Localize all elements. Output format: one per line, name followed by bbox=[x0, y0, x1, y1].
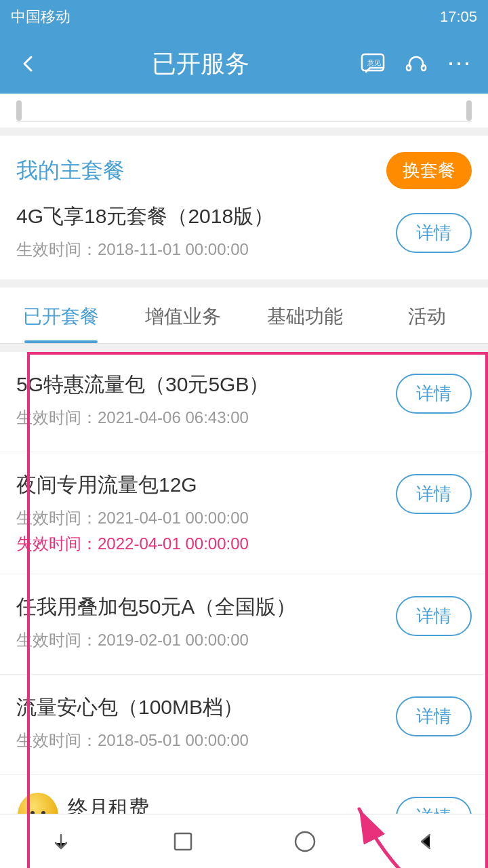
service-info-1: 5G特惠流量包（30元5GB） 生效时间：2021-04-06 06:43:00 bbox=[16, 371, 385, 433]
service-name-3: 任我用叠加包50元A（全国版） bbox=[16, 593, 385, 621]
main-package-info: 4G飞享18元套餐（2018版） 生效时间：2018-11-01 00:00:0… bbox=[16, 203, 274, 260]
service-item-4: 流量安心包（100MB档） 生效时间：2018-05-01 00:00:00 详… bbox=[0, 675, 488, 775]
tabs-bar: 已开套餐 增值业务 基础功能 活动 bbox=[0, 288, 488, 344]
service-end-time-2: 失效时间：2022-04-01 00:00:00 bbox=[16, 533, 385, 555]
bottom-nav bbox=[0, 814, 488, 868]
main-package-row: 4G飞享18元套餐（2018版） 生效时间：2018-11-01 00:00:0… bbox=[16, 203, 472, 260]
service-start-time-2: 生效时间：2021-04-01 00:00:00 bbox=[16, 507, 385, 529]
feedback-icon[interactable]: 意 见 bbox=[358, 49, 388, 79]
service-info-4: 流量安心包（100MB档） 生效时间：2018-05-01 00:00:00 bbox=[16, 694, 385, 755]
title-bar-icons: 意 见 ⋯ bbox=[358, 49, 474, 79]
scroll-handle-left bbox=[16, 100, 22, 121]
tab-activity[interactable]: 活动 bbox=[366, 288, 488, 343]
svg-point-12 bbox=[296, 832, 314, 851]
scroll-handle-right bbox=[466, 100, 472, 121]
service-name-4: 流量安心包（100MB档） bbox=[16, 694, 385, 722]
detail-button-2[interactable]: 详情 bbox=[396, 474, 472, 514]
package-name: 4G飞享18元套餐（2018版） bbox=[16, 203, 274, 231]
svg-rect-3 bbox=[407, 65, 411, 71]
services-container: 5G特惠流量包（30元5GB） 生效时间：2021-04-06 06:43:00… bbox=[0, 352, 488, 868]
headset-icon[interactable] bbox=[401, 49, 431, 79]
main-package-detail-button[interactable]: 详情 bbox=[396, 213, 472, 253]
service-item-1: 5G特惠流量包（30元5GB） 生效时间：2021-04-06 06:43:00… bbox=[0, 352, 488, 452]
detail-button-4[interactable]: 详情 bbox=[396, 696, 472, 736]
nav-back-button[interactable] bbox=[41, 821, 81, 862]
svg-text:见: 见 bbox=[374, 59, 381, 66]
tab-basic[interactable]: 基础功能 bbox=[244, 288, 366, 343]
service-name-2: 夜间专用流量包12G bbox=[16, 471, 385, 499]
main-package-title: 我的主套餐 bbox=[16, 156, 125, 186]
tab-value[interactable]: 增值业务 bbox=[122, 288, 244, 343]
page-title: 已开服务 bbox=[43, 47, 358, 81]
svg-rect-11 bbox=[175, 833, 191, 850]
service-item-3: 任我用叠加包50元A（全国版） 生效时间：2019-02-01 00:00:00… bbox=[0, 574, 488, 675]
title-bar: 已开服务 意 见 ⋯ bbox=[0, 34, 488, 94]
partial-top-content bbox=[0, 121, 488, 127]
service-name-1: 5G特惠流量包（30元5GB） bbox=[16, 371, 385, 399]
service-item-2: 夜间专用流量包12G 生效时间：2021-04-01 00:00:00 失效时间… bbox=[0, 452, 488, 574]
package-start-time: 生效时间：2018-11-01 00:00:00 bbox=[16, 239, 274, 260]
status-bar: 中国移动 17:05 bbox=[0, 0, 488, 34]
status-icons: 17:05 bbox=[440, 8, 477, 26]
back-button[interactable] bbox=[14, 49, 43, 79]
nav-forward-button[interactable] bbox=[407, 821, 447, 862]
main-package-card: 我的主套餐 换套餐 4G飞享18元套餐（2018版） 生效时间：2018-11-… bbox=[0, 136, 488, 279]
nav-circle-button[interactable] bbox=[285, 821, 325, 862]
service-info-2: 夜间专用流量包12G 生效时间：2021-04-01 00:00:00 失效时间… bbox=[16, 471, 385, 555]
more-icon[interactable]: ⋯ bbox=[445, 49, 474, 79]
nav-home-button[interactable] bbox=[163, 821, 203, 862]
tab-opened[interactable]: 已开套餐 bbox=[0, 288, 122, 343]
carrier-text: 中国移动 bbox=[11, 7, 70, 27]
service-start-time-3: 生效时间：2019-02-01 00:00:00 bbox=[16, 629, 385, 651]
svg-rect-4 bbox=[422, 65, 426, 71]
scroll-indicators bbox=[0, 94, 488, 121]
service-start-time-1: 生效时间：2021-04-06 06:43:00 bbox=[16, 407, 385, 429]
service-info-3: 任我用叠加包50元A（全国版） 生效时间：2019-02-01 00:00:00 bbox=[16, 593, 385, 655]
main-package-header: 我的主套餐 换套餐 bbox=[16, 152, 472, 189]
detail-button-3[interactable]: 详情 bbox=[396, 596, 472, 636]
change-package-button[interactable]: 换套餐 bbox=[386, 152, 472, 189]
detail-button-1[interactable]: 详情 bbox=[396, 374, 472, 414]
service-start-time-4: 生效时间：2018-05-01 00:00:00 bbox=[16, 730, 385, 751]
svg-text:意: 意 bbox=[367, 59, 374, 66]
